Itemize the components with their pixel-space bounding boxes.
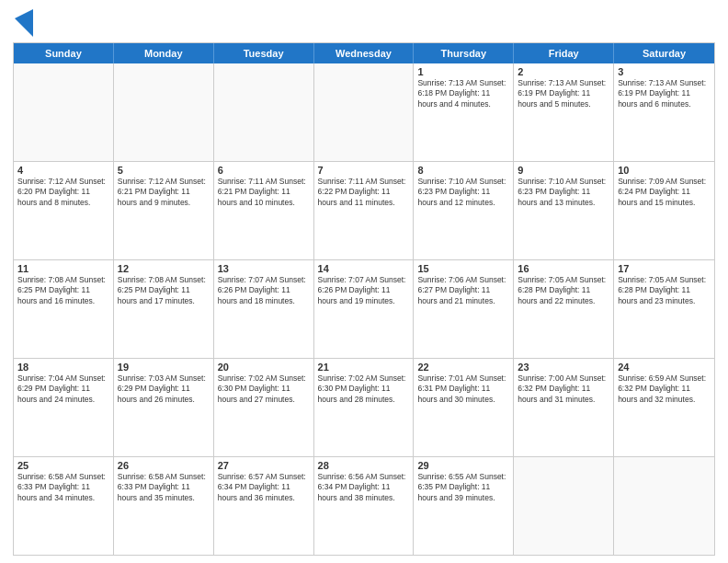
- cell-info: Sunrise: 7:05 AM Sunset: 6:28 PM Dayligh…: [518, 275, 609, 306]
- svg-marker-0: [15, 9, 33, 37]
- calendar-cell: 7Sunrise: 7:11 AM Sunset: 6:22 PM Daylig…: [314, 162, 415, 259]
- cell-info: Sunrise: 7:07 AM Sunset: 6:26 PM Dayligh…: [318, 275, 410, 306]
- day-number: 27: [218, 460, 310, 471]
- day-number: 22: [417, 362, 509, 373]
- calendar-cell: [114, 63, 214, 161]
- cell-info: Sunrise: 7:08 AM Sunset: 6:25 PM Dayligh…: [17, 275, 109, 306]
- day-number: 26: [118, 460, 210, 471]
- day-number: 3: [618, 66, 711, 77]
- calendar-cell: [614, 457, 714, 555]
- day-number: 11: [17, 263, 109, 274]
- day-number: 28: [318, 460, 410, 471]
- calendar-header-row: SundayMondayTuesdayWednesdayThursdayFrid…: [14, 43, 714, 63]
- day-number: 4: [17, 165, 109, 176]
- calendar-week: 11Sunrise: 7:08 AM Sunset: 6:25 PM Dayli…: [14, 260, 714, 359]
- cell-info: Sunrise: 7:02 AM Sunset: 6:30 PM Dayligh…: [318, 373, 410, 405]
- day-number: 17: [618, 263, 711, 274]
- cell-info: Sunrise: 6:57 AM Sunset: 6:34 PM Dayligh…: [218, 472, 310, 503]
- day-number: 6: [218, 165, 310, 176]
- cell-info: Sunrise: 7:11 AM Sunset: 6:21 PM Dayligh…: [218, 177, 310, 208]
- calendar-cell: [214, 63, 314, 161]
- calendar-header-cell: Sunday: [14, 43, 114, 63]
- day-number: 10: [618, 165, 711, 176]
- day-number: 12: [118, 263, 210, 274]
- cell-info: Sunrise: 7:13 AM Sunset: 6:18 PM Dayligh…: [417, 78, 509, 109]
- cell-info: Sunrise: 6:59 AM Sunset: 6:32 PM Dayligh…: [618, 373, 711, 405]
- cell-info: Sunrise: 7:12 AM Sunset: 6:20 PM Dayligh…: [17, 177, 109, 208]
- cell-info: Sunrise: 7:01 AM Sunset: 6:31 PM Dayligh…: [417, 373, 509, 405]
- calendar-cell: 6Sunrise: 7:11 AM Sunset: 6:21 PM Daylig…: [214, 162, 314, 259]
- calendar-header-cell: Saturday: [614, 43, 714, 63]
- calendar-week: 4Sunrise: 7:12 AM Sunset: 6:20 PM Daylig…: [14, 162, 714, 260]
- calendar-cell: 23Sunrise: 7:00 AM Sunset: 6:32 PM Dayli…: [514, 359, 614, 456]
- calendar-header-cell: Tuesday: [214, 43, 314, 63]
- calendar-header-cell: Friday: [514, 43, 614, 63]
- calendar-cell: 4Sunrise: 7:12 AM Sunset: 6:20 PM Daylig…: [14, 162, 114, 259]
- calendar-week: 1Sunrise: 7:13 AM Sunset: 6:18 PM Daylig…: [14, 63, 714, 162]
- cell-info: Sunrise: 7:10 AM Sunset: 6:23 PM Dayligh…: [518, 177, 609, 208]
- day-number: 23: [518, 362, 609, 373]
- calendar-cell: 12Sunrise: 7:08 AM Sunset: 6:25 PM Dayli…: [114, 260, 214, 358]
- cell-info: Sunrise: 7:02 AM Sunset: 6:30 PM Dayligh…: [218, 373, 310, 405]
- cell-info: Sunrise: 6:55 AM Sunset: 6:35 PM Dayligh…: [417, 472, 509, 503]
- calendar-cell: 5Sunrise: 7:12 AM Sunset: 6:21 PM Daylig…: [114, 162, 214, 259]
- calendar-cell: 22Sunrise: 7:01 AM Sunset: 6:31 PM Dayli…: [414, 359, 514, 456]
- cell-info: Sunrise: 7:00 AM Sunset: 6:32 PM Dayligh…: [518, 373, 609, 405]
- day-number: 16: [518, 263, 609, 274]
- calendar-cell: [14, 63, 114, 161]
- calendar-cell: 11Sunrise: 7:08 AM Sunset: 6:25 PM Dayli…: [14, 260, 114, 358]
- calendar-cell: 14Sunrise: 7:07 AM Sunset: 6:26 PM Dayli…: [314, 260, 415, 358]
- day-number: 19: [118, 362, 210, 373]
- calendar-cell: 20Sunrise: 7:02 AM Sunset: 6:30 PM Dayli…: [214, 359, 314, 456]
- calendar-cell: 3Sunrise: 7:13 AM Sunset: 6:19 PM Daylig…: [614, 63, 714, 161]
- page: SundayMondayTuesdayWednesdayThursdayFrid…: [0, 0, 728, 563]
- day-number: 24: [618, 362, 711, 373]
- day-number: 14: [318, 263, 410, 274]
- cell-info: Sunrise: 7:03 AM Sunset: 6:29 PM Dayligh…: [118, 373, 210, 405]
- calendar-cell: 13Sunrise: 7:07 AM Sunset: 6:26 PM Dayli…: [214, 260, 314, 358]
- calendar-cell: 24Sunrise: 6:59 AM Sunset: 6:32 PM Dayli…: [614, 359, 714, 456]
- calendar-cell: 26Sunrise: 6:58 AM Sunset: 6:33 PM Dayli…: [114, 457, 214, 555]
- day-number: 18: [17, 362, 109, 373]
- calendar-cell: 2Sunrise: 7:13 AM Sunset: 6:19 PM Daylig…: [514, 63, 614, 161]
- calendar-cell: 1Sunrise: 7:13 AM Sunset: 6:18 PM Daylig…: [414, 63, 514, 161]
- cell-info: Sunrise: 7:06 AM Sunset: 6:27 PM Dayligh…: [417, 275, 509, 306]
- calendar: SundayMondayTuesdayWednesdayThursdayFrid…: [13, 42, 715, 556]
- cell-info: Sunrise: 7:09 AM Sunset: 6:24 PM Dayligh…: [618, 177, 711, 208]
- cell-info: Sunrise: 7:04 AM Sunset: 6:29 PM Dayligh…: [17, 373, 109, 405]
- calendar-week: 25Sunrise: 6:58 AM Sunset: 6:33 PM Dayli…: [14, 457, 714, 555]
- logo-icon: [15, 9, 33, 37]
- logo: [13, 13, 33, 37]
- calendar-cell: 15Sunrise: 7:06 AM Sunset: 6:27 PM Dayli…: [414, 260, 514, 358]
- calendar-cell: 8Sunrise: 7:10 AM Sunset: 6:23 PM Daylig…: [414, 162, 514, 259]
- day-number: 29: [417, 460, 509, 471]
- calendar-cell: 28Sunrise: 6:56 AM Sunset: 6:34 PM Dayli…: [314, 457, 415, 555]
- cell-info: Sunrise: 6:58 AM Sunset: 6:33 PM Dayligh…: [17, 472, 109, 503]
- cell-info: Sunrise: 7:10 AM Sunset: 6:23 PM Dayligh…: [417, 177, 509, 208]
- cell-info: Sunrise: 7:05 AM Sunset: 6:28 PM Dayligh…: [618, 275, 711, 306]
- calendar-cell: 9Sunrise: 7:10 AM Sunset: 6:23 PM Daylig…: [514, 162, 614, 259]
- calendar-cell: 16Sunrise: 7:05 AM Sunset: 6:28 PM Dayli…: [514, 260, 614, 358]
- day-number: 1: [417, 66, 509, 77]
- day-number: 20: [218, 362, 310, 373]
- calendar-cell: 19Sunrise: 7:03 AM Sunset: 6:29 PM Dayli…: [114, 359, 214, 456]
- calendar-cell: 29Sunrise: 6:55 AM Sunset: 6:35 PM Dayli…: [414, 457, 514, 555]
- cell-info: Sunrise: 6:58 AM Sunset: 6:33 PM Dayligh…: [118, 472, 210, 503]
- calendar-cell: 21Sunrise: 7:02 AM Sunset: 6:30 PM Dayli…: [314, 359, 415, 456]
- day-number: 21: [318, 362, 410, 373]
- cell-info: Sunrise: 7:13 AM Sunset: 6:19 PM Dayligh…: [618, 78, 711, 109]
- day-number: 8: [417, 165, 509, 176]
- cell-info: Sunrise: 7:07 AM Sunset: 6:26 PM Dayligh…: [218, 275, 310, 306]
- calendar-cell: [514, 457, 614, 555]
- day-number: 9: [518, 165, 609, 176]
- calendar-header-cell: Thursday: [414, 43, 514, 63]
- day-number: 13: [218, 263, 310, 274]
- cell-info: Sunrise: 7:12 AM Sunset: 6:21 PM Dayligh…: [118, 177, 210, 208]
- calendar-cell: [314, 63, 415, 161]
- day-number: 25: [17, 460, 109, 471]
- header: [13, 9, 715, 37]
- calendar-cell: 10Sunrise: 7:09 AM Sunset: 6:24 PM Dayli…: [614, 162, 714, 259]
- calendar-week: 18Sunrise: 7:04 AM Sunset: 6:29 PM Dayli…: [14, 359, 714, 457]
- day-number: 7: [318, 165, 410, 176]
- cell-info: Sunrise: 6:56 AM Sunset: 6:34 PM Dayligh…: [318, 472, 410, 503]
